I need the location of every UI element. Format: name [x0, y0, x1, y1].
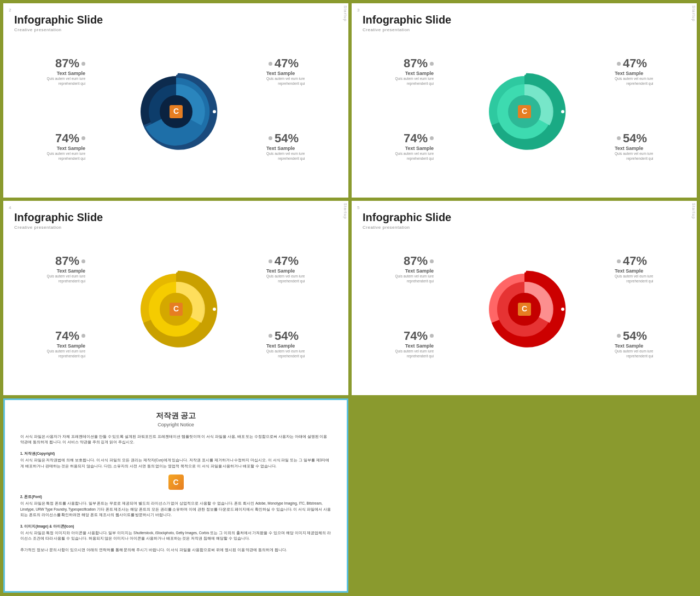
stat-dot-2 [81, 136, 85, 140]
stat-percent-2: 74% [55, 330, 79, 342]
stat-label-2: Text Sample [405, 343, 434, 349]
slide-number: 4 [9, 205, 11, 210]
stat-percent-r2: 54% [275, 132, 299, 144]
stat-desc-2: Quis autem vel eum iurereprehenderit qui [395, 349, 434, 358]
donut-chart-green: C [481, 68, 568, 155]
slide-number: 2 [9, 8, 11, 13]
logo-badge: C [168, 475, 184, 490]
stat-label-2: Text Sample [405, 146, 434, 151]
stat-dot-1 [430, 259, 434, 263]
slide-4: 4 Startup Infographic Slide Creative pre… [3, 201, 348, 395]
stat-desc-2: Quis autem vel eum iurereprehenderit qui [47, 349, 85, 358]
stat-block-1: 87% Text Sample Quis autem vel eum iurer… [14, 57, 85, 86]
copyright-section-2: 2. 폰트(Font) 이 서식 파일은 특정 폰트를 사용합니다. 일부 폰트… [20, 494, 331, 518]
copyright-text-2: 이 서식 파일은 특정 폰트를 사용합니다. 일부 폰트는 무료로 제공되며 별… [20, 501, 331, 518]
stat-percent-2: 74% [404, 330, 428, 342]
stat-block-1: 87% Text Sample Quis autem vel eum iurer… [363, 255, 434, 283]
svg-point-13 [561, 110, 564, 113]
stats-left: 87% Text Sample Quis autem vel eum iurer… [14, 37, 85, 186]
copyright-title-en: Copyright Notice [20, 422, 331, 427]
stat-dot-r2 [617, 334, 621, 338]
stat-dot-r2 [617, 136, 621, 140]
stats-left: 87% Text Sample Quis autem vel eum iurer… [14, 234, 85, 384]
stat-dot-r1 [617, 62, 621, 66]
slide-content: 87% Text Sample Quis autem vel eum iurer… [363, 234, 686, 384]
copyright-intro: 이 서식 파일은 사용자가 자체 프레젠테이션을 만들 수 있도록 설계된 파워… [20, 434, 331, 445]
stat-block-2: 74% Text Sample Quis autem vel eum iurer… [14, 132, 85, 161]
stats-right: 47% Text Sample Quis autem vel eum iurer… [615, 234, 686, 384]
stat-percent-2: 74% [404, 132, 428, 144]
stat-label-r1: Text Sample [615, 71, 643, 76]
slide-tag: Startup [342, 201, 348, 222]
slide-content: 87% Text Sample Quis autem vel eum iurer… [363, 37, 686, 186]
slide-subtitle: Creative presentation [363, 27, 686, 32]
slide-5: 5 Startup Infographic Slide Creative pre… [352, 201, 697, 395]
stat-dot-r1 [269, 62, 272, 66]
slide-tag: Startup [691, 3, 697, 24]
stats-right: 47% Text Sample Quis autem vel eum iurer… [266, 234, 337, 384]
copyright-section-footer: 추가적인 정보나 문의 사항이 있으시면 아래의 연락처를 통해 문의해 주시기… [20, 547, 331, 553]
stat-label-r1: Text Sample [615, 268, 643, 274]
svg-text:C: C [521, 304, 527, 313]
stat-label-r2: Text Sample [615, 343, 643, 349]
stat-label-r1: Text Sample [266, 268, 295, 274]
svg-point-26 [523, 269, 526, 273]
green-panel [352, 398, 697, 593]
stat-label-r2: Text Sample [266, 343, 295, 349]
stat-dot-2 [430, 334, 434, 338]
stat-desc-1: Quis autem vel eum iurereprehenderit qui [47, 76, 85, 86]
stat-percent-1: 87% [404, 57, 428, 70]
stat-label-1: Text Sample [405, 268, 434, 274]
stat-dot-1 [81, 62, 85, 66]
stat-block-right-1: 47% Text Sample Quis autem vel eum iurer… [266, 255, 337, 283]
slide-tag: Startup [691, 201, 697, 222]
slide-tag: Startup [342, 3, 348, 24]
stat-label-1: Text Sample [405, 71, 434, 76]
stat-dot-r2 [269, 334, 272, 338]
stat-percent-1: 87% [55, 57, 79, 70]
stat-desc-1: Quis autem vel eum iurereprehenderit qui [395, 274, 434, 283]
slide-number: 3 [357, 8, 359, 13]
copyright-section-3: 3. 이미지(Image) & 아이콘(Icon) 이 서식 파일은 특정 이미… [20, 524, 331, 542]
stat-block-2: 74% Text Sample Quis autem vel eum iurer… [14, 330, 85, 358]
stat-percent-r1: 47% [275, 255, 299, 267]
stat-block-right-2: 54% Text Sample Quis autem vel eum iurer… [266, 132, 337, 161]
slide-2: 2 Startup Infographic Slide Creative pre… [3, 3, 348, 198]
copyright-logo: C [20, 475, 331, 490]
stat-block-1: 87% Text Sample Quis autem vel eum iurer… [14, 255, 85, 283]
stat-desc-r2: Quis autem vel eum iurereprehenderit qui [615, 151, 653, 161]
stat-percent-r1: 47% [623, 255, 647, 267]
donut-chart-red: C [481, 265, 568, 353]
stat-label-1: Text Sample [57, 268, 85, 274]
copyright-title-kr: 저작권 공고 [20, 411, 331, 421]
stat-desc-1: Quis autem vel eum iurereprehenderit qui [395, 76, 434, 86]
stat-percent-r1: 47% [623, 57, 647, 70]
svg-point-6 [213, 110, 216, 113]
chart-area: C [85, 68, 266, 155]
slide-number: 5 [357, 205, 359, 210]
stat-block-right-1: 47% Text Sample Quis autem vel eum iurer… [615, 57, 686, 86]
stat-dot-r2 [269, 136, 272, 140]
chart-area: C [434, 68, 615, 155]
stat-desc-2: Quis autem vel eum iurereprehenderit qui [47, 151, 85, 161]
stat-block-right-2: 54% Text Sample Quis autem vel eum iurer… [615, 132, 686, 161]
svg-text:C: C [173, 304, 178, 313]
copyright-text-3: 이 서식 파일은 특정 이미지와 아이콘을 사용합니다. 일부 이미지는 Shu… [20, 530, 331, 542]
stat-block-1: 87% Text Sample Quis autem vel eum iurer… [363, 57, 434, 86]
slide-title: Infographic Slide [14, 13, 337, 26]
stat-percent-1: 87% [404, 255, 428, 267]
svg-point-20 [213, 308, 216, 311]
stat-block-2: 74% Text Sample Quis autem vel eum iurer… [363, 132, 434, 161]
svg-point-27 [561, 308, 564, 311]
stats-left: 87% Text Sample Quis autem vel eum iurer… [363, 234, 434, 384]
slide-subtitle: Creative presentation [14, 27, 337, 32]
stat-dot-r1 [269, 259, 272, 263]
stat-label-1: Text Sample [57, 71, 85, 76]
stat-desc-r1: Quis autem vel eum iurereprehenderit qui [615, 76, 653, 86]
slide-title: Infographic Slide [14, 211, 337, 224]
stats-right: 47% Text Sample Quis autem vel eum iurer… [615, 37, 686, 186]
stat-block-right-2: 54% Text Sample Quis autem vel eum iurer… [266, 330, 337, 358]
slide-subtitle: Creative presentation [14, 225, 337, 230]
svg-text:C: C [521, 107, 527, 115]
slide-title: Infographic Slide [363, 13, 686, 26]
